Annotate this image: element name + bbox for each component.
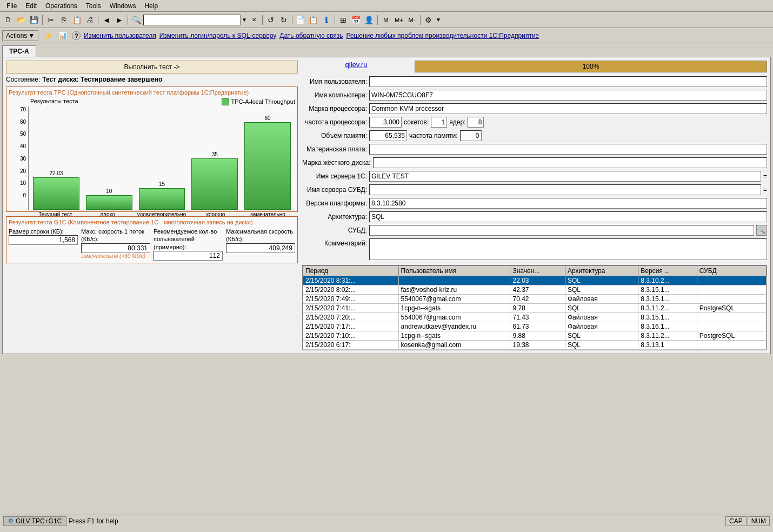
input-dbserver[interactable] [369,184,761,195]
cap-indicator: CAP [725,516,747,526]
menu-file[interactable]: File [2,1,21,11]
action-icon2[interactable]: 📊 [57,30,69,42]
table-row[interactable]: 2/15/2020 8:31:...22.03SQL8.3.10.2... [303,276,767,285]
bar3-label-top: 15 [159,181,165,187]
label-dbms: СУБД: [302,227,367,234]
input-memory[interactable] [369,130,407,141]
cell-value: 19.38 [510,341,565,350]
label-processor: Марка процессора: [302,105,367,112]
link-change-user[interactable]: Изменить пользователя [84,32,156,39]
help-circle-icon[interactable]: ? [72,31,81,40]
action-icon1[interactable]: ⚡ [42,30,54,42]
input-username[interactable] [369,76,767,87]
search-clear[interactable]: ✕ [248,14,260,26]
table-wrapper[interactable]: Период Пользователь имя Значен... Архите… [303,265,767,350]
input-motherboard[interactable] [369,144,767,155]
cell-arch: Файловая [565,295,638,304]
mminus-btn[interactable]: M- [406,14,418,26]
forward-btn[interactable]: ► [114,14,125,26]
table-row[interactable]: 2/15/2020 7:41:...1cpg-n--sgats9.78SQL8.… [303,304,767,313]
dbserver-eq-btn[interactable]: = [763,186,767,194]
menu-operations[interactable]: Operations [41,1,82,11]
paste-btn[interactable]: 📋 [71,14,83,26]
table-row[interactable]: 2/15/2020 7:10:...1cpg-n--sgats9.88SQL8.… [303,331,767,341]
link-performance[interactable]: Решение любых проблем производительности… [346,32,539,39]
g1c-col3-value: 112 [154,251,223,261]
bar-group-5: 60 [244,115,291,210]
input-cpufreq[interactable] [369,117,402,128]
menu-edit[interactable]: Edit [21,1,41,11]
table-row[interactable]: 2/15/2020 8:02:...fas@voshod-krlz.ru42.3… [303,285,767,295]
cal-btn[interactable]: 📅 [350,14,362,26]
input-memfreq[interactable] [460,130,482,141]
server1c-eq-btn[interactable]: = [763,172,767,180]
back-btn[interactable]: ◄ [101,14,112,26]
form-row-computername: Имя компьютера: [302,90,767,101]
actions-dropdown-btn[interactable]: Actions ▼ [2,30,38,41]
input-hdd[interactable] [373,157,767,168]
settings-dropdown[interactable]: ▼ [436,17,441,23]
label-computername: Имя компьютера: [302,91,367,99]
menu-windows[interactable]: Windows [105,1,141,11]
input-processor[interactable] [369,103,767,114]
refresh2-btn[interactable]: ↻ [278,14,290,26]
copy-btn[interactable]: ⎘ [58,14,70,26]
bar5 [244,122,291,210]
refresh-btn[interactable]: ↺ [265,14,277,26]
input-sockets[interactable] [431,117,447,128]
table-row[interactable]: 2/15/2020 7:17:...andrewutkaev@yandex.ru… [303,322,767,331]
input-dbms[interactable] [369,225,754,236]
print-btn[interactable]: 🖨 [84,14,96,26]
table-row[interactable]: 2/15/2020 6:17:kosenka@gmail.com19.38SQL… [303,341,767,350]
tab-tpc-a[interactable]: TPC-A [2,45,36,57]
cell-version: 8.3.11.2... [638,304,697,313]
cell-arch: SQL [565,341,638,350]
cut-btn[interactable]: ✂ [45,14,57,26]
execute-button[interactable]: Выполнить тест -> [6,61,298,74]
find-btn[interactable]: 🔍 [130,14,142,26]
status-value: Тест диска: Тестирование завершено [42,76,162,83]
settings-btn[interactable]: ⚙ [423,14,435,26]
menu-help[interactable]: Help [140,1,162,11]
progress-fill: 100% [415,61,767,72]
grid-btn[interactable]: ⊞ [337,14,349,26]
link-feedback[interactable]: Дать обратную связь [279,32,343,39]
num-indicator: NUM [748,516,770,526]
info-btn[interactable]: ℹ [321,14,332,26]
taskbar-item[interactable]: ⚙ GILV TPC+G1C [3,516,66,526]
right-panel: qilev.ru 100% Имя пользователя: [302,61,767,350]
label-platformver: Версия платформы: [302,200,367,207]
input-comment[interactable] [369,238,767,260]
input-arch[interactable] [369,211,767,222]
qilev-area: qilev.ru [302,61,410,72]
bar4-label-top: 35 [212,151,218,157]
bars-area: 22.03 10 15 [28,107,295,209]
new-btn[interactable]: 🗋 [2,14,14,26]
input-platformver[interactable] [369,198,767,209]
label-motherboard: Материнская плата: [302,145,367,153]
menu-tools[interactable]: Tools [82,1,105,11]
docs2-btn[interactable]: 📋 [308,14,319,26]
table-row[interactable]: 2/15/2020 7:49:...5540067@gmai.com70.42Ф… [303,295,767,304]
search-input[interactable] [143,15,241,25]
form-row-hdd: Марка жёсткого диска: [302,157,767,168]
help-text: Press F1 for help [69,517,118,525]
qilev-link[interactable]: qilev.ru [345,61,368,69]
input-computername[interactable] [369,90,767,101]
docs-btn[interactable]: 📄 [295,14,306,26]
y-20: 20 [20,168,26,174]
cell-value: 70.42 [510,295,565,304]
input-cores[interactable] [468,117,484,128]
input-server1c[interactable] [369,171,761,182]
cell-value: 42.37 [510,285,565,295]
search-dropdown-arrow[interactable]: ▼ [242,17,247,23]
table-row[interactable]: 2/15/2020 7:20:...5540067@gmai.com71.43Ф… [303,313,767,322]
m-btn[interactable]: M [380,14,392,26]
link-change-login[interactable]: Изменить логин/пароль к SQL-серверу [159,32,277,39]
open-btn[interactable]: 📂 [15,14,27,26]
cell-arch: SQL [565,276,638,285]
mplus-btn[interactable]: M+ [393,14,405,26]
user-btn[interactable]: 👤 [363,14,375,26]
save-btn[interactable]: 💾 [28,14,40,26]
dbms-search-btn[interactable]: 🔍 [756,225,767,236]
